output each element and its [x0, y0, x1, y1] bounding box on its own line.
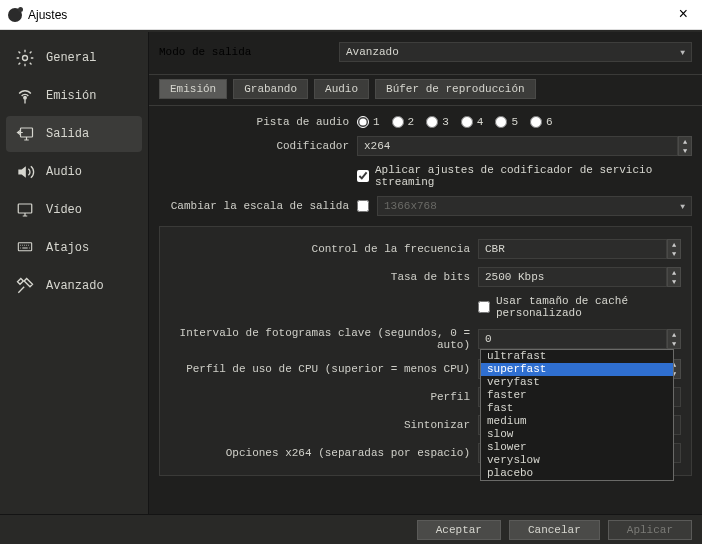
- output-tabs: Emisión Grabando Audio Búfer de reproduc…: [149, 77, 702, 103]
- track-3-radio[interactable]: 3: [426, 116, 449, 128]
- track-1-radio[interactable]: 1: [357, 116, 380, 128]
- sidebar-item-label: Audio: [46, 165, 82, 179]
- output-mode-select[interactable]: Avanzado ▼: [339, 42, 692, 62]
- encoder-spinner[interactable]: ▲▼: [678, 136, 692, 156]
- preset-option-superfast[interactable]: superfast: [481, 363, 673, 376]
- rescale-checkbox[interactable]: [357, 200, 369, 212]
- tab-audio[interactable]: Audio: [314, 79, 369, 99]
- preset-option-veryfast[interactable]: veryfast: [481, 376, 673, 389]
- sidebar-item-hotkeys[interactable]: Atajos: [6, 230, 142, 266]
- cancel-button[interactable]: Cancelar: [509, 520, 600, 540]
- preset-option-faster[interactable]: faster: [481, 389, 673, 402]
- tab-recording[interactable]: Grabando: [233, 79, 308, 99]
- titlebar: Ajustes ×: [0, 0, 702, 30]
- output-mode-label: Modo de salida: [159, 46, 329, 58]
- x264opts-label: Opciones x264 (separadas por espacio): [170, 447, 470, 459]
- bitrate-spinner[interactable]: ▲▼: [667, 267, 681, 287]
- chevron-down-icon: ▼: [680, 202, 685, 211]
- preset-option-ultrafast[interactable]: ultrafast: [481, 350, 673, 363]
- tab-streaming[interactable]: Emisión: [159, 79, 227, 99]
- tune-label: Sintonizar: [170, 419, 470, 431]
- sidebar-item-stream[interactable]: Emisión: [6, 78, 142, 114]
- audio-track-label: Pista de audio: [159, 116, 349, 128]
- sidebar-item-video[interactable]: Vídeo: [6, 192, 142, 228]
- preset-option-placebo[interactable]: placebo: [481, 467, 673, 480]
- sidebar-item-label: Avanzado: [46, 279, 104, 293]
- chevron-down-icon: ▼: [680, 48, 685, 57]
- encoder-select[interactable]: x264: [357, 136, 678, 156]
- sidebar-item-label: General: [46, 51, 96, 65]
- dialog-footer: Aceptar Cancelar Aplicar: [0, 514, 702, 544]
- enforce-checkbox[interactable]: [357, 170, 369, 182]
- preset-option-slower[interactable]: slower: [481, 441, 673, 454]
- monitor-arrow-icon: [14, 125, 36, 143]
- sidebar-item-audio[interactable]: Audio: [6, 154, 142, 190]
- close-icon[interactable]: ×: [672, 6, 694, 24]
- svg-rect-4: [18, 243, 31, 251]
- speaker-icon: [14, 163, 36, 181]
- cpu-preset-dropdown[interactable]: ultrafastsuperfastveryfastfasterfastmedi…: [480, 349, 674, 481]
- rate-control-spinner[interactable]: ▲▼: [667, 239, 681, 259]
- sidebar-item-label: Salida: [46, 127, 89, 141]
- bitrate-label: Tasa de bits: [170, 271, 470, 283]
- tab-replay-buffer[interactable]: Búfer de reproducción: [375, 79, 536, 99]
- sidebar-item-label: Atajos: [46, 241, 89, 255]
- track-2-radio[interactable]: 2: [392, 116, 415, 128]
- rate-control-select[interactable]: CBR: [478, 239, 667, 259]
- svg-rect-3: [18, 204, 32, 213]
- keyint-input[interactable]: [478, 329, 667, 349]
- gear-icon: [14, 49, 36, 67]
- output-mode-value: Avanzado: [346, 46, 399, 58]
- sidebar-item-output[interactable]: Salida: [6, 116, 142, 152]
- ok-button[interactable]: Aceptar: [417, 520, 501, 540]
- preset-option-medium[interactable]: medium: [481, 415, 673, 428]
- content-panel: Modo de salida Avanzado ▼ Emisión Graban…: [148, 32, 702, 514]
- preset-option-fast[interactable]: fast: [481, 402, 673, 415]
- track-5-radio[interactable]: 5: [495, 116, 518, 128]
- cpu-preset-label: Perfíl de uso de CPU (superior = menos C…: [170, 363, 470, 375]
- custom-buffer-checkbox[interactable]: [478, 301, 490, 313]
- app-icon: [8, 8, 22, 22]
- apply-button[interactable]: Aplicar: [608, 520, 692, 540]
- sidebar-item-label: Vídeo: [46, 203, 82, 217]
- preset-option-veryslow[interactable]: veryslow: [481, 454, 673, 467]
- keyboard-icon: [14, 239, 36, 257]
- tools-icon: [14, 277, 36, 295]
- antenna-icon: [14, 87, 36, 105]
- bitrate-input[interactable]: [478, 267, 667, 287]
- sidebar-item-general[interactable]: General: [6, 40, 142, 76]
- audio-track-radios: 1 2 3 4 5 6: [357, 116, 553, 128]
- window-title: Ajustes: [28, 8, 67, 22]
- keyint-label: Intervalo de fotogramas clave (segundos,…: [170, 327, 470, 351]
- rescale-label: Cambiar la escala de salida: [159, 200, 349, 212]
- profile-label: Perfil: [170, 391, 470, 403]
- custom-buffer-label: Usar tamaño de caché personalizado: [496, 295, 681, 319]
- rescale-select[interactable]: 1366x768 ▼: [377, 196, 692, 216]
- svg-point-0: [23, 56, 28, 61]
- enforce-label: Aplicar ajustes de codificador de servic…: [375, 164, 692, 188]
- keyint-spinner[interactable]: ▲▼: [667, 329, 681, 349]
- monitor-icon: [14, 201, 36, 219]
- sidebar-item-label: Emisión: [46, 89, 96, 103]
- preset-option-slow[interactable]: slow: [481, 428, 673, 441]
- rate-control-label: Control de la frecuencia: [170, 243, 470, 255]
- sidebar-item-advanced[interactable]: Avanzado: [6, 268, 142, 304]
- sidebar: General Emisión Salida Audio Vídeo Atajo…: [0, 32, 148, 514]
- encoder-label: Codificador: [159, 140, 349, 152]
- track-4-radio[interactable]: 4: [461, 116, 484, 128]
- track-6-radio[interactable]: 6: [530, 116, 553, 128]
